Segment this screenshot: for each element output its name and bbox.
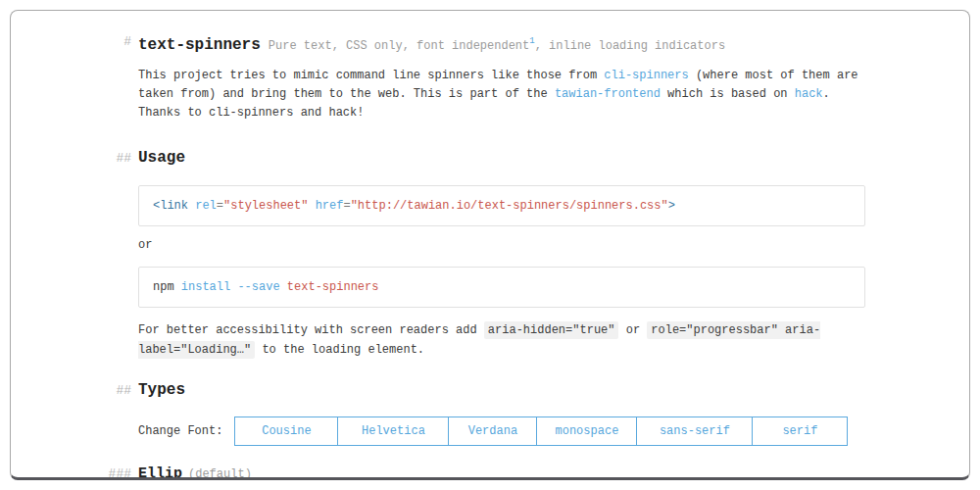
font-button-monospace[interactable]: monospace	[536, 416, 637, 446]
page-title: #text-spinnersPure text, CSS only, font …	[138, 32, 865, 56]
code-npm: npm	[153, 280, 181, 294]
intro-text-3: which is based on	[661, 87, 795, 101]
a11y-text-1: For better accessibility with screen rea…	[138, 323, 484, 337]
code-package-name: text-spinners	[287, 280, 379, 294]
page-frame: #text-spinnersPure text, CSS only, font …	[10, 10, 970, 480]
font-switcher-row: Change Font: Cousine Helvetica Verdana m…	[138, 416, 865, 446]
h1-hash: #	[123, 32, 131, 52]
npm-code-block: npm install --save text-spinners	[138, 267, 865, 308]
link-tawian-frontend[interactable]: tawian-frontend	[555, 87, 661, 101]
footnote-link[interactable]: 1	[529, 36, 534, 46]
font-button-verdana[interactable]: Verdana	[448, 416, 537, 446]
link-code-block: <link rel="stylesheet" href="http://tawi…	[138, 185, 865, 226]
change-font-label: Change Font:	[138, 424, 222, 438]
code-tag-close: >	[668, 199, 675, 213]
subtitle-text-2: , inline loading indicators	[535, 39, 725, 53]
intro-text-1: This project tries to mimic command line…	[138, 69, 604, 82]
ellip-heading: ###Ellip(default)	[138, 466, 865, 480]
font-button-cousine[interactable]: Cousine	[234, 416, 338, 446]
page-title-text: text-spinners	[138, 36, 261, 54]
or-text: or	[138, 236, 865, 255]
default-label: (default)	[188, 467, 252, 480]
code-tag-open: <link	[153, 199, 195, 213]
a11y-text-3: to the loading element.	[255, 343, 424, 357]
intro-paragraph: This project tries to mimic command line…	[138, 67, 865, 122]
code-value-href: "http://tawian.io/text-spinners/spinners…	[351, 199, 668, 213]
font-button-group: Cousine Helvetica Verdana monospace sans…	[234, 416, 848, 446]
code-space	[308, 199, 315, 213]
h3-hash: ###	[109, 466, 131, 480]
ellip-heading-text: Ellip	[138, 466, 182, 480]
font-button-helvetica[interactable]: Helvetica	[337, 416, 449, 446]
types-heading-text: Types	[138, 381, 185, 399]
page-subtitle: Pure text, CSS only, font independent1, …	[269, 39, 725, 53]
usage-heading: ##Usage	[138, 150, 865, 167]
code-eq-2: =	[343, 199, 350, 213]
accessibility-paragraph: For better accessibility with screen rea…	[138, 320, 865, 360]
link-cli-spinners[interactable]: cli-spinners	[604, 69, 688, 82]
code-save-flag: --save	[237, 280, 286, 294]
usage-heading-text: Usage	[138, 149, 185, 167]
subtitle-text: Pure text, CSS only, font independent	[269, 39, 529, 53]
font-button-sans-serif[interactable]: sans-serif	[636, 416, 753, 446]
link-hack[interactable]: hack	[795, 87, 823, 101]
a11y-text-2: or	[618, 323, 647, 337]
code-install: install	[181, 280, 238, 294]
code-eq: =	[217, 199, 223, 213]
code-attr-href: href	[316, 199, 344, 213]
font-button-serif[interactable]: serif	[752, 416, 848, 446]
code-value-stylesheet: "stylesheet"	[223, 199, 308, 213]
types-heading: ##Types	[138, 382, 865, 399]
aria-hidden-code: aria-hidden="true"	[484, 321, 619, 339]
readme-content: #text-spinnersPure text, CSS only, font …	[138, 32, 865, 480]
h2-hash-types: ##	[116, 382, 131, 399]
h2-hash: ##	[116, 150, 131, 167]
code-attr-rel: rel	[195, 199, 217, 213]
